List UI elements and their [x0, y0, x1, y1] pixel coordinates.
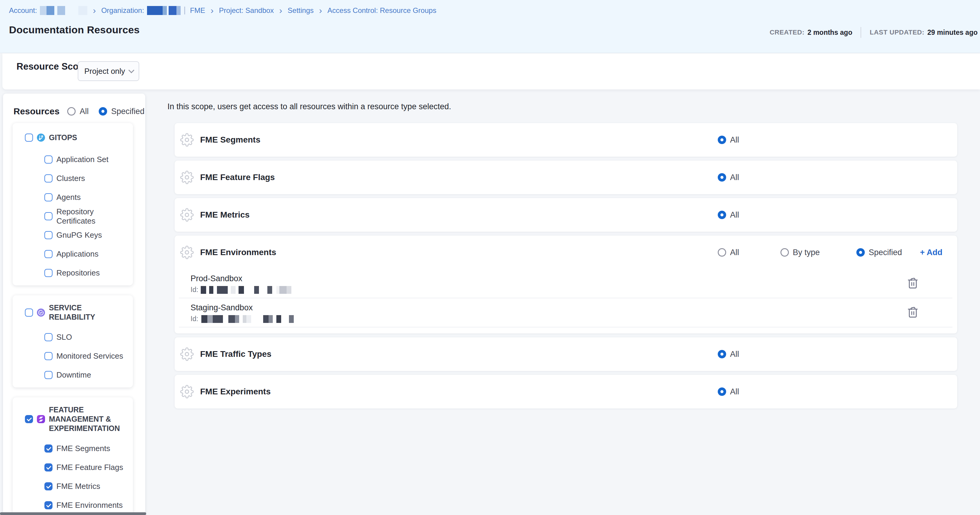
resource-row-fme-environments: FME Environments All By type Specified +… — [175, 236, 957, 333]
sidebar-item-fme-metrics[interactable]: FME Metrics — [13, 477, 133, 496]
checkbox[interactable] — [45, 371, 52, 379]
group-card-service-reliability: SERVICE RELIABILITY SLO Monitored Servic… — [13, 295, 133, 387]
group-card-gitops: GITOPS Application Set Clusters Agents — [13, 123, 133, 285]
fme-checkbox[interactable] — [25, 415, 33, 423]
divider — [861, 27, 861, 38]
radio-icon[interactable] — [99, 107, 107, 116]
resource-row-fme-metrics: FME Metrics All — [175, 198, 957, 232]
radio-icon[interactable] — [718, 136, 726, 144]
checkbox[interactable] — [45, 193, 52, 201]
all-radio[interactable]: All — [718, 210, 739, 220]
breadcrumb-organization-link[interactable]: Organization: — [101, 6, 144, 15]
radio-icon[interactable] — [67, 107, 76, 116]
chevron-right-icon: › — [319, 7, 322, 14]
environment-id: Id: — [191, 315, 294, 323]
row-title: FME Metrics — [200, 210, 250, 220]
breadcrumb-access-control-link[interactable]: Access Control: Resource Groups — [328, 6, 436, 15]
breadcrumb: Account: › Organization: FME › Project: … — [9, 5, 436, 16]
group-name[interactable]: GITOPS — [49, 133, 77, 142]
by-type-radio[interactable]: By type — [780, 248, 820, 257]
content-area: Resources All Specified GITOPS — [0, 89, 980, 515]
gitops-module-icon — [37, 134, 45, 142]
gitops-checkbox[interactable] — [25, 134, 33, 142]
sidebar-item-agents[interactable]: Agents — [13, 188, 133, 207]
breadcrumb-project-link[interactable]: Project: Sandbox — [219, 6, 274, 15]
sidebar-horizontal-scrollbar[interactable] — [0, 512, 146, 515]
row-title: FME Experiments — [200, 387, 270, 397]
sidebar-item-application-set[interactable]: Application Set — [13, 150, 133, 169]
group-header-service-reliability: SERVICE RELIABILITY — [13, 303, 133, 322]
sidebar-item-fme-feature-flags[interactable]: FME Feature Flags — [13, 458, 133, 477]
checkbox[interactable] — [45, 269, 52, 277]
environment-row-prod-sandbox: Prod-Sandbox Id: — [179, 269, 952, 298]
sidebar-item-applications[interactable]: Applications — [13, 245, 133, 263]
checkbox[interactable] — [45, 231, 52, 239]
radio-icon[interactable] — [856, 248, 865, 257]
redacted-environment-id — [201, 286, 291, 294]
resource-scope-select[interactable]: Project only — [78, 61, 139, 81]
resources-all-radio[interactable]: All — [67, 107, 89, 116]
gear-icon — [180, 385, 194, 399]
checkbox[interactable] — [45, 174, 52, 182]
gear-icon — [180, 133, 194, 147]
all-radio[interactable]: All — [718, 350, 739, 359]
delete-environment-button[interactable] — [907, 306, 919, 318]
checkbox[interactable] — [45, 155, 52, 164]
group-name[interactable]: SERVICE RELIABILITY — [49, 303, 127, 322]
radio-icon[interactable] — [718, 211, 726, 219]
resource-row-fme-segments: FME Segments All — [175, 123, 957, 157]
environment-name: Staging-Sandbox — [191, 303, 253, 313]
created-label: CREATED: — [770, 29, 805, 36]
sidebar-item-slo[interactable]: SLO — [13, 328, 133, 347]
sidebar-item-monitored-services[interactable]: Monitored Services — [13, 347, 133, 365]
sidebar-item-fme-segments[interactable]: FME Segments — [13, 439, 133, 458]
all-radio[interactable]: All — [718, 248, 739, 257]
chevron-down-icon — [129, 67, 134, 73]
radio-icon[interactable] — [718, 173, 726, 182]
breadcrumb-settings-link[interactable]: Settings — [288, 6, 314, 15]
redacted-environment-id — [201, 315, 294, 323]
checkbox[interactable] — [45, 352, 52, 360]
group-header-fme: FEATURE MANAGEMENT & EXPERIMENTATION — [13, 405, 133, 433]
resource-scope-section: Resource Scope Project only — [2, 53, 980, 89]
sidebar-item-clusters[interactable]: Clusters — [13, 169, 133, 188]
radio-icon[interactable] — [718, 248, 726, 257]
specified-radio[interactable]: Specified — [856, 248, 902, 257]
resource-row-fme-experiments: FME Experiments All — [175, 375, 957, 408]
created-value: 2 months ago — [807, 29, 853, 37]
service-reliability-module-icon — [37, 309, 45, 317]
checkbox[interactable] — [45, 445, 52, 453]
checkbox[interactable] — [45, 463, 52, 472]
resources-specified-radio[interactable]: Specified — [99, 107, 144, 116]
checkbox[interactable] — [45, 333, 52, 341]
breadcrumb-organization-visible[interactable]: FME — [190, 6, 205, 15]
environment-id: Id: — [191, 286, 291, 294]
environment-row-staging-sandbox: Staging-Sandbox Id: — [179, 298, 952, 327]
all-radio[interactable]: All — [718, 136, 739, 145]
all-radio[interactable]: All — [718, 387, 739, 397]
sidebar-item-gnupg-keys[interactable]: GnuPG Keys — [13, 226, 133, 245]
add-environment-button[interactable]: + Add — [920, 248, 942, 257]
all-radio[interactable]: All — [718, 173, 739, 182]
page-title: Documentation Resources — [9, 24, 140, 36]
group-header-gitops: GITOPS — [13, 131, 133, 144]
radio-icon[interactable] — [718, 350, 726, 358]
radio-icon[interactable] — [718, 387, 726, 396]
group-name[interactable]: FEATURE MANAGEMENT & EXPERIMENTATION — [49, 405, 127, 433]
sidebar-item-repositories[interactable]: Repositories — [13, 263, 133, 282]
divider — [184, 6, 185, 14]
gear-icon — [180, 347, 194, 361]
checkbox[interactable] — [45, 482, 52, 490]
radio-icon[interactable] — [780, 248, 789, 257]
sidebar-item-fme-environments[interactable]: FME Environments — [13, 496, 133, 515]
breadcrumb-account-link[interactable]: Account: — [9, 6, 37, 15]
service-reliability-checkbox[interactable] — [25, 309, 33, 317]
checkbox[interactable] — [45, 250, 52, 258]
sidebar-item-downtime[interactable]: Downtime — [13, 365, 133, 384]
delete-environment-button[interactable] — [907, 277, 919, 289]
fme-module-icon — [37, 415, 45, 423]
gear-icon — [180, 208, 194, 222]
checkbox[interactable] — [45, 212, 52, 220]
sidebar-item-repository-certificates[interactable]: Repository Certificates — [13, 207, 133, 226]
checkbox[interactable] — [45, 501, 52, 509]
